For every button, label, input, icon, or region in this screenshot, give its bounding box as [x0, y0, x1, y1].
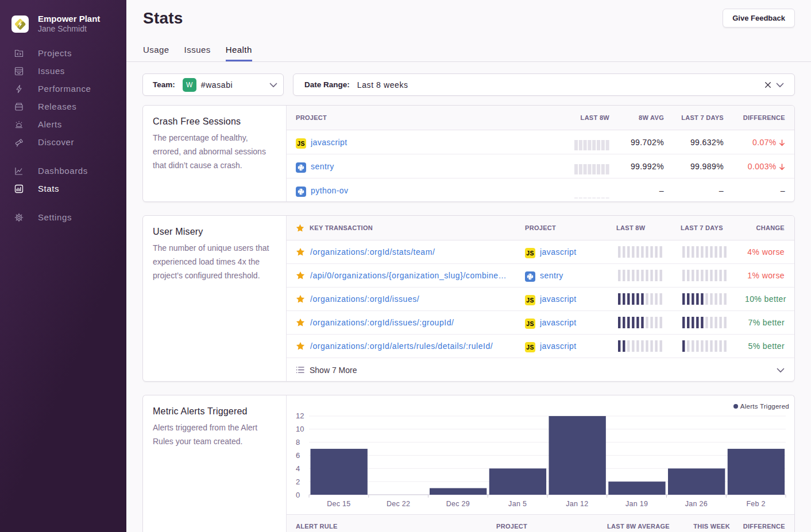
svg-text:10: 10	[296, 425, 304, 433]
svg-text:2: 2	[296, 477, 300, 486]
svg-text:Feb 2: Feb 2	[746, 500, 765, 508]
svg-text:Jan 5: Jan 5	[508, 500, 527, 508]
svg-text:Jan 12: Jan 12	[566, 500, 588, 508]
svg-text:Dec 22: Dec 22	[387, 500, 410, 508]
svg-text:Dec 29: Dec 29	[446, 500, 470, 508]
svg-text:Dec 15: Dec 15	[327, 500, 350, 508]
svg-text:0: 0	[296, 491, 300, 499]
svg-text:Jan 26: Jan 26	[685, 500, 708, 508]
svg-text:12: 12	[296, 411, 304, 420]
svg-text:Jan 19: Jan 19	[625, 500, 648, 508]
svg-text:6: 6	[296, 451, 300, 460]
svg-text:4: 4	[296, 464, 300, 473]
svg-text:8: 8	[296, 438, 300, 446]
